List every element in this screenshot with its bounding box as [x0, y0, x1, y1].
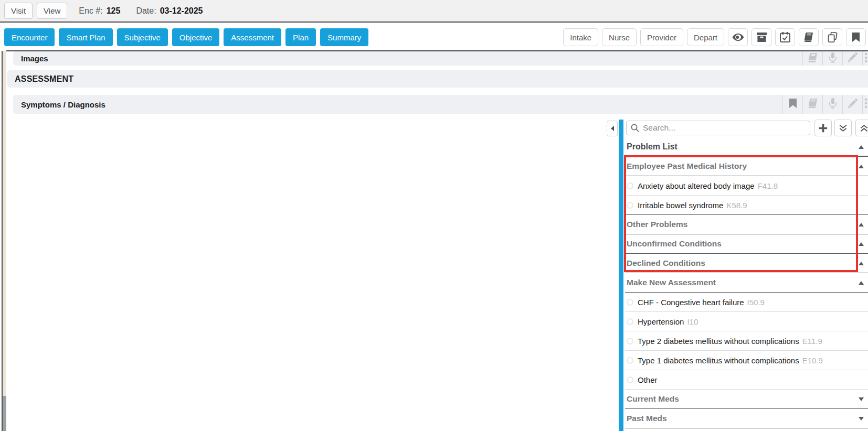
radio-circle[interactable]	[627, 338, 633, 344]
archive-button[interactable]	[751, 28, 771, 46]
radio-circle[interactable]	[627, 202, 633, 209]
triangle-left-icon	[611, 126, 614, 131]
list-header-problem-list[interactable]: Problem List	[625, 137, 868, 157]
expand-all-button[interactable]	[834, 120, 852, 136]
enc-label: Enc #:	[79, 6, 102, 16]
book-icon	[808, 99, 818, 110]
calendar-check-button[interactable]	[775, 28, 795, 46]
expand-arrow-icon[interactable]	[859, 397, 864, 401]
section-title-symptoms-diagnosis: Symptoms / Diagnosis	[13, 100, 105, 109]
row-label: CHF - Congestive heart failure	[638, 298, 744, 307]
radio-circle[interactable]	[627, 357, 633, 364]
icd-code: E10.9	[802, 356, 823, 365]
pencil-button[interactable]	[842, 51, 862, 66]
collapse-arrow-icon[interactable]	[859, 242, 864, 246]
tab-smart-plan[interactable]: Smart Plan	[59, 28, 112, 46]
list-header-other-problems[interactable]: Other Problems	[625, 215, 868, 234]
stage-nurse[interactable]: Nurse	[602, 28, 637, 46]
top-bar: Visit View Enc #: 125 Date: 03-12-2025	[0, 0, 868, 23]
mic-button[interactable]	[822, 51, 842, 66]
row-label: Anxiety about altered body image	[638, 181, 755, 190]
images-bar-icons	[802, 51, 868, 66]
problem-item-other[interactable]: Other	[625, 370, 868, 390]
row-label: Make New Assessment	[627, 278, 716, 287]
collapse-arrow-icon[interactable]	[859, 281, 864, 285]
icd-code: I50.9	[747, 298, 765, 307]
search-input[interactable]	[626, 121, 810, 135]
section-bar-assessment[interactable]: ASSESSMENT	[7, 70, 868, 88]
list-header-declined-conditions[interactable]: Declined Conditions	[625, 254, 868, 273]
left-scroll-thumb[interactable]	[3, 396, 6, 431]
row-label: Hypertension	[638, 317, 684, 326]
enc-value: 125	[107, 6, 121, 16]
expand-arrow-icon[interactable]	[859, 417, 864, 421]
list-header-past-meds[interactable]: Past Meds	[625, 409, 868, 428]
section-bar-images[interactable]: Images	[13, 51, 868, 66]
list-header-current-meds[interactable]: Current Meds	[625, 390, 868, 409]
view-button[interactable]: View	[37, 3, 67, 19]
collapse-arrow-icon[interactable]	[859, 165, 864, 168]
stage-provider[interactable]: Provider	[640, 28, 683, 46]
radio-circle[interactable]	[627, 182, 633, 189]
radio-circle[interactable]	[627, 376, 633, 383]
mic-icon	[829, 52, 837, 65]
problem-item-anxiety-about-altered-body-image[interactable]: Anxiety about altered body imageF41.8	[625, 176, 868, 196]
problem-item-type-2-diabetes-mellitus-without-complications[interactable]: Type 2 diabetes mellitus without complic…	[625, 331, 868, 351]
encounter-number: Enc #: 125	[79, 6, 120, 16]
list-header-make-new-assessment[interactable]: Make New Assessment	[625, 273, 868, 293]
section-bar-symptoms-diagnosis[interactable]: Symptoms / Diagnosis	[13, 95, 868, 114]
add-problem-button[interactable]	[814, 120, 832, 136]
panel-collapse-button[interactable]	[607, 121, 618, 136]
tab-objective[interactable]: Objective	[172, 28, 220, 46]
tab-plan[interactable]: Plan	[285, 28, 316, 46]
toolbar-icon-buttons	[728, 28, 866, 46]
section-title-images: Images	[13, 54, 48, 63]
copy-button[interactable]	[822, 28, 842, 46]
tab-assessment[interactable]: Assessment	[224, 28, 281, 46]
kebab-button[interactable]	[862, 51, 868, 66]
tab-subjective[interactable]: Subjective	[117, 28, 168, 46]
row-label: Irritable bowel syndrome	[638, 201, 723, 210]
collapse-arrow-icon[interactable]	[859, 223, 864, 227]
radio-circle[interactable]	[627, 318, 633, 325]
book-button[interactable]	[802, 51, 822, 66]
panel-accent-bar	[619, 120, 623, 431]
row-label: Type 2 diabetes mellitus without complic…	[638, 337, 799, 346]
kebab-icon	[864, 98, 867, 111]
mic-button[interactable]	[822, 95, 842, 114]
tab-encounter[interactable]: Encounter	[4, 28, 55, 46]
problem-item-type-1-diabetes-mellitus-without-complications[interactable]: Type 1 diabetes mellitus without complic…	[625, 351, 868, 370]
list-header-unconfirmed-conditions[interactable]: Unconfirmed Conditions	[625, 234, 868, 254]
encounter-date: Date: 03-12-2025	[136, 6, 203, 16]
radio-circle[interactable]	[627, 299, 633, 306]
problem-item-chf-congestive-heart-failure[interactable]: CHF - Congestive heart failureI50.9	[625, 293, 868, 312]
collapse-arrow-icon[interactable]	[859, 145, 864, 149]
kebab-icon	[864, 52, 867, 65]
visit-button[interactable]: Visit	[4, 3, 33, 19]
icd-code: K58.9	[726, 201, 747, 210]
tab-summary[interactable]: Summary	[320, 28, 368, 46]
pencil-button[interactable]	[842, 95, 862, 114]
list-header-employee-past-medical-history[interactable]: Employee Past Medical History	[625, 157, 868, 176]
problem-item-hypertension[interactable]: HypertensionI10	[625, 312, 868, 331]
bookmark-button[interactable]	[782, 95, 802, 114]
kebab-button[interactable]	[862, 95, 868, 114]
problem-list-panel: Problem ListEmployee Past Medical Histor…	[625, 137, 868, 428]
icd-code: F41.8	[758, 181, 778, 190]
stage-intake[interactable]: Intake	[563, 28, 598, 46]
collapse-arrow-icon[interactable]	[859, 262, 864, 265]
left-scroll-track[interactable]	[3, 51, 6, 431]
book-button[interactable]	[799, 28, 819, 46]
archive-icon	[757, 33, 767, 42]
date-value: 03-12-2025	[160, 6, 203, 16]
eye-button[interactable]	[728, 28, 748, 46]
bookmark-button[interactable]	[846, 28, 866, 46]
stage-depart[interactable]: Depart	[687, 28, 724, 46]
problem-item-irritable-bowel-syndrome[interactable]: Irritable bowel syndromeK58.9	[625, 196, 868, 215]
mic-icon	[829, 98, 837, 111]
row-label: Unconfirmed Conditions	[627, 239, 722, 249]
book-button[interactable]	[802, 95, 822, 114]
collapse-all-button[interactable]	[855, 120, 868, 136]
row-label: Other Problems	[627, 220, 687, 229]
pencil-icon	[848, 52, 858, 64]
